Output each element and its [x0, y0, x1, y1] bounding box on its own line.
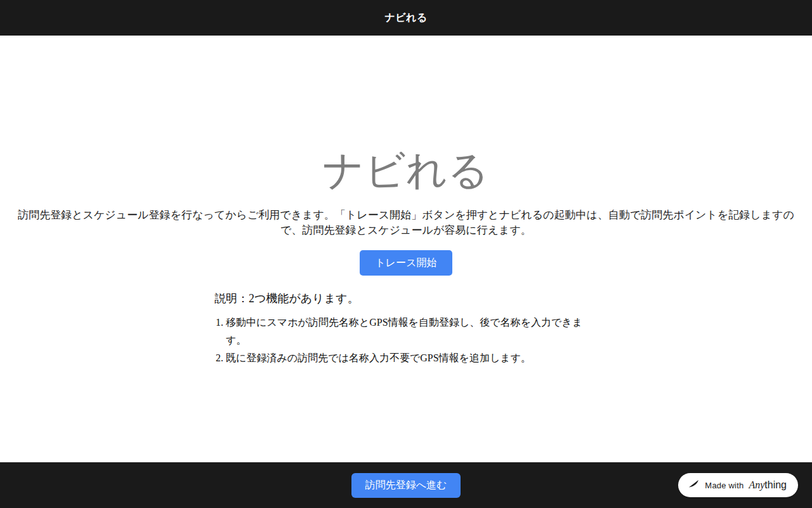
- badge-prefix-text: Made with: [705, 481, 743, 490]
- badge-brand-italic: Any: [749, 479, 764, 491]
- explanation-list: 移動中にスマホが訪問先名称とGPS情報を自動登録し、後で名称を入力できます。 既…: [214, 314, 598, 367]
- explanation-list-item: 移動中にスマホが訪問先名称とGPS情報を自動登録し、後で名称を入力できます。: [226, 314, 598, 349]
- footer-bar: 訪問先登録へ進む Made with Anything: [0, 462, 812, 508]
- made-with-badge[interactable]: Made with Anything: [678, 473, 798, 497]
- explanation-heading: 説明：2つ機能があります。: [214, 292, 598, 306]
- trace-start-button[interactable]: トレース開始: [360, 250, 452, 276]
- main-content: ナビれる 訪問先登録とスケジュール登録を行なってからご利用できます。「トレース開…: [0, 36, 812, 462]
- explanation-list-item: 既に登録済みの訪問先では名称入力不要でGPS情報を追加します。: [226, 349, 598, 367]
- explanation-section: 説明：2つ機能があります。 移動中にスマホが訪問先名称とGPS情報を自動登録し、…: [214, 292, 598, 368]
- app-header: ナビれる: [0, 0, 812, 36]
- page-title: ナビれる: [0, 147, 812, 194]
- anything-logo-icon: [687, 479, 700, 491]
- proceed-to-registration-button[interactable]: 訪問先登録へ進む: [351, 473, 461, 498]
- app-screen: ナビれる ナビれる 訪問先登録とスケジュール登録を行なってからご利用できます。「…: [0, 0, 812, 508]
- badge-brand-rest: thing: [764, 479, 787, 491]
- hero-description: 訪問先登録とスケジュール登録を行なってからご利用できます。「トレース開始」ボタン…: [9, 208, 803, 238]
- badge-brand-text: Anything: [749, 479, 787, 491]
- app-header-title: ナビれる: [384, 11, 428, 25]
